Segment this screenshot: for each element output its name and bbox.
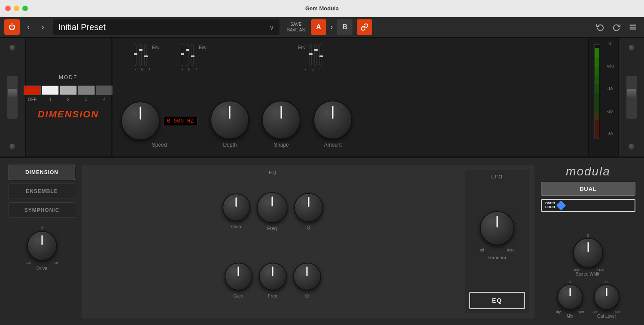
nav-back-button[interactable]: ‹: [22, 21, 34, 33]
depth-group: Depth: [210, 101, 249, 148]
screw-bottom-right: [628, 143, 635, 150]
lfo-label: LFO: [491, 174, 503, 179]
depth-env-label: Env: [199, 45, 206, 50]
symphonic-select-btn[interactable]: SYMPHONIC: [9, 202, 75, 218]
rack-slider-left[interactable]: [7, 76, 18, 119]
meter-label-m20: -20: [607, 109, 614, 113]
stereo-width-knob[interactable]: [573, 238, 603, 268]
dual-button[interactable]: DUAL: [541, 182, 635, 196]
controls-area: Env - 0 +: [112, 38, 588, 156]
shape-group: Shape: [262, 101, 301, 148]
mode-labels: OFF 1 2 3 4: [24, 97, 113, 102]
stereo-width-labels: -100 +100: [572, 268, 605, 272]
eq-freq2-knob[interactable]: [259, 263, 287, 291]
mix-label: Mix: [567, 314, 574, 319]
mode-lbl-2: 2: [60, 97, 77, 102]
depth-knob[interactable]: [210, 101, 249, 139]
window-title: Gem Modula: [305, 5, 339, 12]
rack-handle-left: [0, 38, 26, 156]
save-button[interactable]: SAVE SAVE AS: [284, 21, 309, 33]
mode-label: MODE: [59, 74, 78, 80]
speed-slider-3[interactable]: [144, 44, 147, 66]
knobs-row: 0.500 HZ Speed Depth Shape Amoun: [121, 71, 580, 152]
link-button[interactable]: [357, 19, 372, 35]
depth-slider-zero: 0: [188, 67, 190, 71]
undo-button[interactable]: [593, 20, 607, 34]
preset-dropdown-arrow: ∨: [269, 23, 274, 31]
nav-forward-button[interactable]: ›: [37, 21, 49, 33]
plugin-body: MODE OFF 1 2 3 4 DIMENSION: [0, 38, 644, 325]
lfo-random-knob[interactable]: [480, 211, 514, 245]
stereo-width-label: Stereo Width: [576, 272, 601, 276]
overloud-line2: LOUD: [545, 205, 555, 209]
rack-handle-right: [618, 38, 644, 156]
eq-q1-knob[interactable]: [294, 193, 323, 222]
mode-btn-off[interactable]: [24, 86, 41, 95]
overloud-badge[interactable]: OVER LOUD: [541, 199, 635, 212]
drive-knob[interactable]: [27, 231, 57, 261]
ensemble-select-btn[interactable]: ENSEMBLE: [9, 184, 75, 199]
mix-zero-label: 0: [569, 280, 571, 284]
minimize-button[interactable]: [14, 6, 19, 11]
rack-bottom: DIMENSION ENSEMBLE SYMPHONIC 0 -15 +15 D…: [0, 158, 644, 325]
out-level-zero-label: 0: [605, 280, 608, 284]
speed-knob[interactable]: [121, 101, 160, 140]
eq-q2-knob[interactable]: [293, 263, 321, 291]
screw-top-right: [628, 44, 635, 51]
depth-slider-minus: -: [182, 67, 183, 71]
amount-knob[interactable]: [313, 101, 352, 139]
eq-freq1-knob[interactable]: [257, 192, 288, 223]
right-panel: modula DUAL OVER LOUD 0 -100 +100: [541, 165, 635, 319]
speed-env-label: Env: [152, 45, 159, 50]
amount-env-label: Env: [298, 45, 305, 50]
power-button[interactable]: ⏻: [4, 19, 20, 35]
meter-label-p5: +5: [607, 41, 614, 46]
depth-label: Depth: [223, 142, 237, 148]
shape-knob[interactable]: [262, 101, 301, 139]
amount-label: Amount: [324, 142, 342, 148]
drive-labels: -15 +15: [26, 261, 58, 265]
amount-slider-2[interactable]: [314, 44, 317, 66]
speed-slider-2[interactable]: [139, 44, 142, 66]
mode-btn-3[interactable]: [78, 86, 95, 95]
mode-panel: MODE OFF 1 2 3 4 DIMENSION: [26, 38, 112, 156]
speed-group: 0.500 HZ Speed: [121, 101, 197, 148]
dimension-label: DIMENSION: [38, 109, 99, 120]
eq-button[interactable]: EQ: [469, 292, 525, 309]
mode-btn-2[interactable]: [60, 86, 77, 95]
out-level-max-label: +15: [614, 310, 620, 314]
maximize-button[interactable]: [22, 6, 28, 11]
eq-gain2-knob[interactable]: [225, 263, 252, 291]
mode-btn-1[interactable]: [42, 86, 59, 95]
ab-b-button[interactable]: B: [337, 19, 352, 35]
mix-knob[interactable]: [557, 284, 583, 310]
eq-freq1-label: Freq: [267, 226, 277, 231]
lfo-min-label: off: [480, 248, 484, 252]
ab-a-button[interactable]: A: [311, 19, 326, 35]
preset-area[interactable]: Initial Preset ∨: [53, 19, 279, 35]
mode-lbl-off: OFF: [24, 97, 41, 102]
menu-button[interactable]: [626, 20, 640, 34]
rack-top: MODE OFF 1 2 3 4 DIMENSION: [0, 38, 644, 158]
close-button[interactable]: [5, 6, 11, 11]
toolbar: ⏻ ‹ › Initial Preset ∨ SAVE SAVE AS A › …: [0, 17, 644, 38]
depth-slider-1[interactable]: [181, 44, 183, 66]
depth-slider-2[interactable]: [186, 44, 188, 66]
mode-lbl-3: 3: [78, 97, 95, 102]
speed-slider-1[interactable]: [134, 44, 137, 66]
drive-label: Drive: [36, 266, 48, 271]
eq-gain2-group: Gain: [225, 263, 252, 298]
mode-btn-4[interactable]: [96, 86, 113, 95]
titlebar: Gem Modula: [0, 0, 644, 17]
meter-label-0db: 0dB: [607, 64, 614, 68]
modula-title: modula: [541, 165, 635, 178]
redo-button[interactable]: [610, 20, 623, 34]
amount-slider-1[interactable]: [309, 44, 312, 66]
depth-slider-3[interactable]: [191, 44, 194, 66]
out-level-knob[interactable]: [594, 284, 620, 310]
rack-slider-right[interactable]: [626, 76, 637, 119]
stereo-max-label: +100: [596, 268, 604, 272]
amount-slider-3[interactable]: [319, 44, 322, 66]
dimension-select-btn[interactable]: DIMENSION: [9, 165, 75, 180]
eq-gain1-knob[interactable]: [222, 193, 250, 221]
